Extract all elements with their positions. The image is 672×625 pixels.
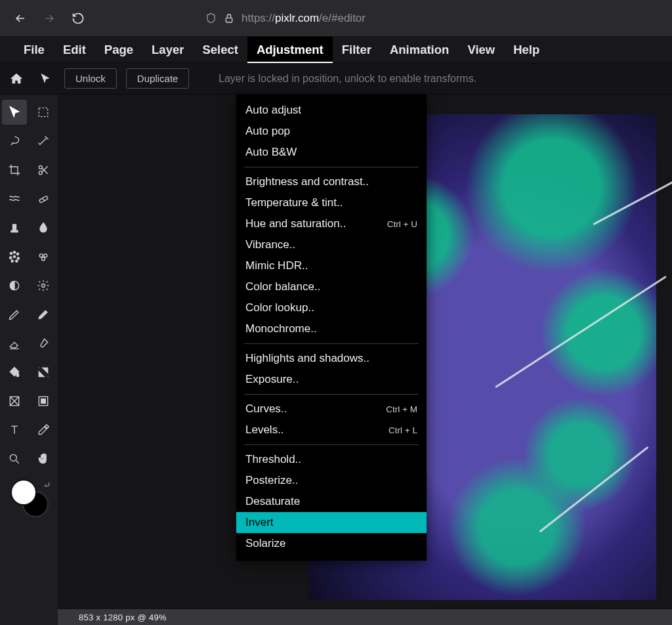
menu-item-auto-b-w[interactable]: Auto B&W bbox=[236, 142, 427, 163]
menu-item-label: Exposure.. bbox=[245, 373, 299, 386]
hand-tool[interactable] bbox=[31, 446, 56, 471]
arrange-tool-indicator[interactable] bbox=[35, 69, 55, 89]
menu-help[interactable]: Help bbox=[504, 37, 549, 63]
menu-page[interactable]: Page bbox=[95, 37, 142, 63]
color-swatches[interactable]: ⤾ bbox=[9, 481, 49, 520]
menu-item-shortcut: Ctrl + L bbox=[388, 425, 417, 435]
pen-tool[interactable] bbox=[2, 302, 27, 327]
svg-point-9 bbox=[13, 255, 15, 257]
magic-wand-tool-icon bbox=[37, 135, 50, 148]
magic-wand-tool[interactable] bbox=[31, 129, 56, 154]
svg-point-10 bbox=[17, 257, 19, 259]
menu-item-color-lookup[interactable]: Color lookup.. bbox=[236, 297, 427, 318]
dodge-burn-tool[interactable] bbox=[2, 273, 27, 298]
text-tool[interactable] bbox=[2, 418, 27, 442]
menu-item-solarize[interactable]: Solarize bbox=[236, 533, 427, 554]
menu-select[interactable]: Select bbox=[193, 37, 247, 63]
menu-item-color-balance[interactable]: Color balance.. bbox=[236, 276, 427, 297]
menu-item-desaturate[interactable]: Desaturate bbox=[236, 491, 427, 512]
svg-point-11 bbox=[11, 260, 13, 262]
paint-brush-tool-icon bbox=[37, 337, 50, 350]
menu-item-curves[interactable]: Curves..Ctrl + M bbox=[236, 399, 427, 420]
lasso-tool[interactable] bbox=[2, 129, 27, 154]
text-tool-icon bbox=[8, 423, 21, 437]
menu-item-temperature-tint[interactable]: Temperature & tint.. bbox=[236, 192, 427, 213]
address-bar[interactable]: https://pixlr.com/e/#editor bbox=[205, 12, 366, 25]
clone-stamp-tool[interactable] bbox=[2, 215, 27, 240]
paint-brush-tool[interactable] bbox=[31, 331, 56, 356]
menu-edit[interactable]: Edit bbox=[54, 37, 95, 63]
menu-item-vibrance[interactable]: Vibrance.. bbox=[236, 234, 427, 255]
shape-tool[interactable] bbox=[2, 389, 27, 414]
eyedropper-tool[interactable] bbox=[31, 418, 56, 442]
settings-gear-tool[interactable] bbox=[31, 273, 56, 298]
menu-item-label: Color lookup.. bbox=[245, 301, 314, 314]
gradient-tool-icon bbox=[37, 366, 50, 379]
heal-tool[interactable] bbox=[31, 186, 56, 211]
zoom-tool[interactable] bbox=[2, 446, 27, 471]
menu-adjustment[interactable]: Adjustment bbox=[247, 37, 333, 63]
browser-chrome: https://pixlr.com/e/#editor bbox=[0, 0, 672, 37]
menu-bar: FileEditPageLayerSelectAdjustmentFilterA… bbox=[0, 37, 672, 63]
menu-item-monochrome[interactable]: Monochrome.. bbox=[236, 318, 427, 339]
blur-tool-icon bbox=[37, 221, 50, 234]
status-bar: 853 x 1280 px @ 49% bbox=[58, 609, 672, 625]
menu-item-label: Mimic HDR.. bbox=[245, 259, 308, 272]
effects-tool[interactable] bbox=[31, 244, 56, 269]
menu-animation[interactable]: Animation bbox=[381, 37, 458, 63]
svg-point-13 bbox=[39, 254, 43, 257]
swap-colors-icon[interactable]: ⤾ bbox=[43, 479, 51, 490]
svg-point-12 bbox=[16, 260, 18, 262]
duplicate-button[interactable]: Duplicate bbox=[126, 68, 190, 89]
home-button[interactable] bbox=[7, 69, 26, 89]
menu-item-label: Auto adjust bbox=[245, 104, 301, 117]
menu-item-auto-adjust[interactable]: Auto adjust bbox=[236, 100, 427, 121]
move-tool[interactable] bbox=[2, 100, 27, 125]
menu-item-highlights-and-shadows[interactable]: Highlights and shadows.. bbox=[236, 348, 427, 369]
menu-item-invert[interactable]: Invert bbox=[236, 512, 427, 533]
cursor-icon bbox=[39, 72, 52, 85]
adjustment-dropdown: Auto adjustAuto popAuto B&WBrightness an… bbox=[236, 95, 427, 561]
marquee-select-tool[interactable] bbox=[31, 100, 56, 125]
svg-rect-1 bbox=[39, 108, 47, 116]
fill-tool[interactable] bbox=[2, 360, 27, 385]
gradient-tool[interactable] bbox=[31, 360, 56, 385]
tool-strip: ⤾ bbox=[0, 95, 58, 625]
crop-tool[interactable] bbox=[2, 158, 27, 183]
menu-item-brightness-and-contrast[interactable]: Brightness and contrast.. bbox=[236, 171, 427, 192]
menu-file[interactable]: File bbox=[14, 37, 54, 63]
cut-tool[interactable] bbox=[31, 158, 56, 183]
menu-item-posterize[interactable]: Posterize.. bbox=[236, 470, 427, 491]
frame-tool-icon bbox=[37, 395, 50, 408]
liquify-tool[interactable] bbox=[2, 186, 27, 211]
svg-point-6 bbox=[13, 251, 15, 253]
menu-item-auto-pop[interactable]: Auto pop bbox=[236, 121, 427, 142]
eraser-tool[interactable] bbox=[2, 331, 27, 356]
menu-filter[interactable]: Filter bbox=[333, 37, 381, 63]
foreground-color-swatch[interactable] bbox=[12, 481, 35, 504]
menu-item-levels[interactable]: Levels..Ctrl + L bbox=[236, 420, 427, 441]
menu-item-hue-and-saturation[interactable]: Hue and saturation..Ctrl + U bbox=[236, 213, 427, 234]
blur-tool[interactable] bbox=[31, 215, 56, 240]
menu-separator bbox=[244, 444, 419, 445]
brush-tool[interactable] bbox=[31, 302, 56, 327]
menu-item-label: Vibrance.. bbox=[245, 238, 295, 251]
menu-item-exposure[interactable]: Exposure.. bbox=[236, 369, 427, 390]
disperse-tool[interactable] bbox=[2, 244, 27, 269]
menu-separator bbox=[244, 394, 419, 395]
unlock-button[interactable]: Unlock bbox=[64, 68, 117, 89]
menu-item-label: Highlights and shadows.. bbox=[245, 352, 369, 365]
menu-item-mimic-hdr[interactable]: Mimic HDR.. bbox=[236, 255, 427, 276]
svg-point-22 bbox=[10, 454, 16, 461]
menu-item-threshold[interactable]: Threshold.. bbox=[236, 449, 427, 470]
back-button[interactable] bbox=[10, 9, 30, 28]
url-text: https://pixlr.com/e/#editor bbox=[242, 12, 366, 25]
menu-view[interactable]: View bbox=[458, 37, 504, 63]
brush-tool-icon bbox=[37, 308, 50, 321]
reload-button[interactable] bbox=[68, 9, 88, 28]
frame-tool[interactable] bbox=[31, 389, 56, 414]
menu-item-label: Auto pop bbox=[245, 125, 290, 138]
marquee-select-tool-icon bbox=[37, 106, 50, 119]
menu-layer[interactable]: Layer bbox=[142, 37, 193, 63]
forward-button[interactable] bbox=[39, 9, 59, 28]
